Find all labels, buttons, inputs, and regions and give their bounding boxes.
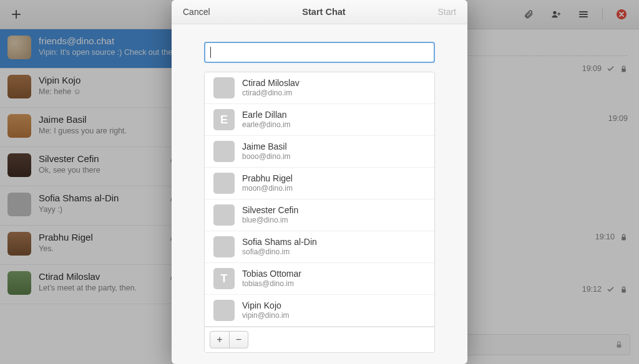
contact-jid: booo@dino.im — [242, 152, 291, 161]
contact-item[interactable]: Silvester Cefinblue@dino.im — [205, 199, 434, 231]
contact-item[interactable]: Vipin Kojovipin@dino.im — [205, 295, 434, 327]
avatar — [213, 300, 235, 321]
contact-item[interactable]: Prabhu Rigelmoon@dino.im — [205, 168, 434, 199]
contact-item[interactable]: EEarle Dillanearle@dino.im — [205, 104, 434, 136]
contact-jid: vipin@dino.im — [242, 311, 290, 320]
contact-name: Sofia Shams al-Din — [242, 237, 317, 247]
contact-name: Ctirad Miloslav — [242, 78, 300, 89]
contact-jid: moon@dino.im — [242, 184, 293, 193]
app-window: friends@dino.chat19Vipin: It's open sour… — [0, 0, 639, 364]
start-chat-dialog: Cancel Start Chat Start Ctirad Miloslavc… — [172, 0, 467, 364]
avatar — [213, 77, 235, 98]
contact-name: Silvester Cefin — [242, 205, 298, 216]
avatar — [213, 141, 235, 162]
avatar: E — [213, 109, 235, 130]
start-button[interactable]: Start — [437, 7, 456, 17]
add-contact-button[interactable]: + — [210, 332, 229, 348]
cancel-button[interactable]: Cancel — [183, 7, 210, 17]
contact-name: Earle Dillan — [242, 110, 291, 120]
contact-picker: Ctirad Miloslavctirad@dino.imEEarle Dill… — [204, 72, 435, 353]
avatar — [213, 173, 235, 194]
contact-jid: sofia@dino.im — [242, 247, 317, 256]
dialog-body: Ctirad Miloslavctirad@dino.imEEarle Dill… — [172, 24, 467, 364]
contact-item[interactable]: Sofia Shams al-Dinsofia@dino.im — [205, 231, 434, 263]
contact-item[interactable]: Ctirad Miloslavctirad@dino.im — [205, 72, 434, 104]
contact-name: Prabhu Rigel — [242, 173, 293, 184]
contact-item[interactable]: Jaime Basilbooo@dino.im — [205, 136, 434, 168]
contact-list: Ctirad Miloslavctirad@dino.imEEarle Dill… — [205, 72, 434, 327]
remove-contact-button[interactable]: − — [229, 332, 248, 348]
avatar: T — [213, 268, 235, 289]
contact-jid: ctirad@dino.im — [242, 89, 300, 97]
contact-jid: tobias@dino.im — [242, 279, 301, 288]
dialog-title: Start Chat — [302, 7, 345, 17]
avatar — [213, 236, 235, 257]
contact-item[interactable]: TTobias Ottomartobias@dino.im — [205, 263, 434, 295]
contact-jid: blue@dino.im — [242, 216, 298, 224]
contact-name: Vipin Kojo — [242, 300, 290, 311]
contact-jid: earle@dino.im — [242, 120, 291, 129]
dialog-header: Cancel Start Chat Start — [172, 0, 467, 24]
contact-name: Tobias Ottomar — [242, 269, 301, 279]
avatar — [213, 204, 235, 226]
contact-list-footer: + − — [205, 327, 434, 352]
contact-search-input[interactable] — [204, 42, 435, 63]
contact-name: Jaime Basil — [242, 141, 291, 152]
